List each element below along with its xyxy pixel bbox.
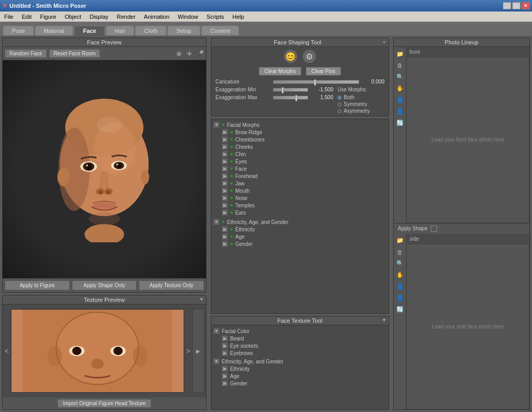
side-rotate-icon[interactable]: 🔄 (395, 305, 405, 314)
move-icon[interactable]: ⊕ (175, 50, 183, 58)
morph-cheekbones[interactable]: ▶ Cheekbones (222, 136, 386, 143)
morph-forehead[interactable]: ▶ Forehead (222, 172, 386, 180)
eyes-expand[interactable]: ▶ (222, 158, 228, 164)
age-expand[interactable]: ▶ (222, 233, 228, 240)
menu-scripts[interactable]: Scripts (204, 13, 226, 20)
gender-expand[interactable]: ▶ (222, 241, 228, 247)
face-expand[interactable]: ▶ (222, 166, 228, 172)
side-folder-icon[interactable]: 📁 (395, 236, 405, 245)
t-gender-expand[interactable]: ▶ (222, 380, 228, 386)
title-bar-controls[interactable]: _ □ ✕ (503, 2, 530, 9)
morph-ears[interactable]: ▶ Ears (222, 209, 386, 216)
temples-expand[interactable]: ▶ (222, 202, 228, 208)
shaping-settings-icon[interactable]: ⚙ (302, 49, 317, 64)
menu-help[interactable]: Help (231, 13, 247, 20)
facial-morphs-expand[interactable]: ▼ (213, 122, 220, 128)
morphs-content[interactable]: ▼ Facial Morphs ▶ Brow Ridge ▶ Cheekbone… (211, 119, 389, 313)
texture-expand-right[interactable]: ▶ (192, 309, 204, 393)
morph-gender[interactable]: ▶ Gender (222, 240, 386, 248)
apply-to-figure-button[interactable]: Apply to Figure (5, 280, 70, 290)
mic-icon[interactable]: 🎤 (196, 50, 204, 58)
eyebrows-expand[interactable]: ▶ (222, 350, 228, 356)
front-hand-icon[interactable]: ✋ (395, 84, 405, 93)
ethnicity-expand[interactable]: ▶ (222, 226, 228, 232)
radio-both[interactable]: Both (337, 95, 384, 100)
radio-asymmetry-dot[interactable] (337, 109, 342, 113)
cheekbones-expand[interactable]: ▶ (222, 136, 228, 143)
random-face-button[interactable]: Random Face (5, 49, 47, 58)
reset-face-room-button[interactable]: Reset Face Room (49, 49, 101, 58)
side-hand-icon[interactable]: ✋ (395, 270, 405, 280)
shaping-face-icon[interactable]: 😊 (283, 49, 298, 64)
side-side-face-icon[interactable]: 👤 (395, 293, 405, 303)
front-delete-icon[interactable]: 🗑 (395, 61, 405, 70)
morph-age[interactable]: ▶ Age (222, 233, 386, 240)
texture-age[interactable]: ▶ Age (222, 372, 386, 380)
texture-eye-sockets[interactable]: ▶ Eye sockets (222, 342, 386, 349)
morph-eyes[interactable]: ▶ Eyes (222, 158, 386, 165)
radio-asymmetry[interactable]: Asymmetry (337, 108, 384, 114)
texture-next-arrow[interactable]: > (186, 347, 190, 355)
front-folder-icon[interactable]: 📁 (395, 49, 405, 58)
tab-face[interactable]: Face (74, 26, 105, 36)
front-face-icon[interactable]: 👤 (395, 95, 405, 104)
caricature-slider[interactable] (273, 80, 359, 84)
radio-both-dot[interactable] (337, 96, 342, 100)
nose-expand[interactable]: ▶ (222, 195, 228, 201)
tab-pose[interactable]: Pose (3, 26, 34, 36)
texture-beard[interactable]: ▶ Beard (222, 335, 386, 342)
exaggeration-min-slider[interactable] (273, 88, 308, 92)
texture-ethnicity-expand[interactable]: ▼ (213, 358, 220, 364)
morph-nose[interactable]: ▶ Nose (222, 194, 386, 202)
radio-symmetry-dot[interactable] (337, 102, 342, 107)
beard-expand[interactable]: ▶ (222, 335, 228, 342)
menu-figure[interactable]: Figure (38, 13, 58, 20)
chin-expand[interactable]: ▶ (222, 151, 228, 157)
menu-animation[interactable]: Animation (142, 13, 172, 20)
morph-temples[interactable]: ▶ Temples (222, 202, 386, 209)
maximize-button[interactable]: □ (512, 2, 521, 9)
tab-hair[interactable]: Hair (106, 26, 134, 36)
tab-setup[interactable]: Setup (167, 26, 200, 36)
t-age-expand[interactable]: ▶ (222, 373, 228, 379)
forehead-expand[interactable]: ▶ (222, 173, 228, 179)
shaping-close-icon[interactable]: ▼ (382, 40, 386, 45)
menu-edit[interactable]: Edit (20, 13, 34, 20)
tab-content[interactable]: Content (201, 26, 239, 36)
facial-color-group[interactable]: ▼ Facial Color (213, 327, 386, 335)
facial-color-expand[interactable]: ▼ (213, 328, 220, 334)
t-ethnicity-expand[interactable]: ▶ (222, 366, 228, 372)
morph-chin[interactable]: ▶ Chin (222, 150, 386, 158)
rotate-icon[interactable]: ✛ (185, 50, 194, 58)
ethnicity-group[interactable]: ▼ Ethnicity, Age, and Gender (213, 218, 386, 226)
side-zoom-icon[interactable]: 🔍 (395, 259, 405, 268)
side-delete-icon[interactable]: 🗑 (395, 248, 405, 257)
side-face-icon[interactable]: 👤 (395, 282, 405, 291)
apply-shape-checkbox[interactable] (431, 226, 437, 232)
ethnicity-group-expand[interactable]: ▼ (213, 219, 220, 225)
clear-morphs-button[interactable]: Clear Morphs (259, 67, 301, 76)
import-texture-button[interactable]: Import Original Figure Head Texture (57, 399, 152, 408)
mouth-expand[interactable]: ▶ (222, 187, 228, 194)
morph-brow-ridge[interactable]: ▶ Brow Ridge (222, 128, 386, 136)
morph-jaw[interactable]: ▶ Jaw (222, 180, 386, 187)
ears-expand[interactable]: ▶ (222, 209, 228, 216)
radio-symmetry[interactable]: Symmetry (337, 101, 384, 107)
cheeks-expand[interactable]: ▶ (222, 144, 228, 150)
menu-object[interactable]: Object (63, 13, 83, 20)
front-side-face-icon[interactable]: 👤 (395, 107, 405, 116)
texture-eyebrows[interactable]: ▶ Eyebrows (222, 349, 386, 357)
tab-material[interactable]: Material (35, 26, 73, 36)
close-button[interactable]: ✕ (522, 2, 530, 9)
texture-prev-arrow[interactable]: < (5, 347, 9, 355)
clear-pins-button[interactable]: Clear Pins (306, 67, 341, 76)
menu-render[interactable]: Render (115, 13, 138, 20)
jaw-expand[interactable]: ▶ (222, 180, 228, 186)
menu-window[interactable]: Window (176, 13, 200, 20)
front-rotate-icon[interactable]: 🔄 (395, 118, 405, 127)
morph-cheeks[interactable]: ▶ Cheeks (222, 143, 386, 150)
texture-ethnicity-group[interactable]: ▼ Ethnicity, Age, and Gender (213, 358, 386, 365)
facial-morphs-root[interactable]: ▼ Facial Morphs (213, 121, 386, 128)
menu-display[interactable]: Display (88, 13, 111, 20)
morph-face[interactable]: ▶ Face (222, 165, 386, 172)
